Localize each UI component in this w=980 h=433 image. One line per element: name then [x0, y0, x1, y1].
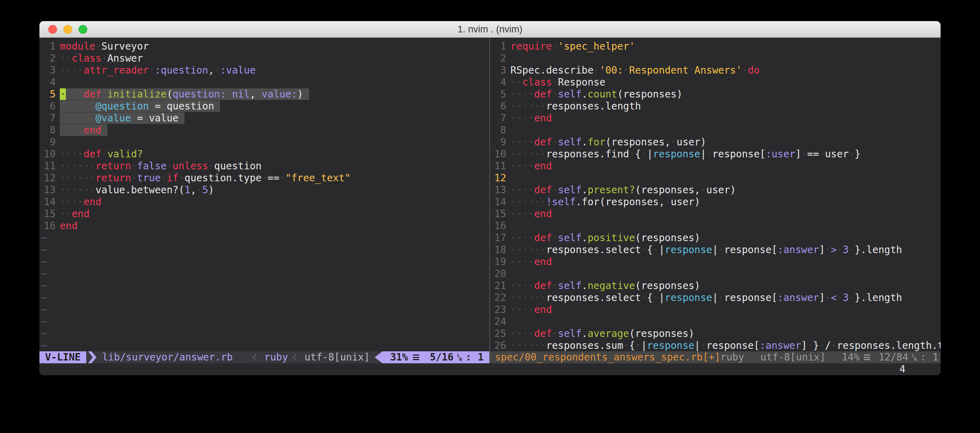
line-number: 22	[492, 292, 506, 304]
desktop: 1. nvim . (nvim) 1module·Surveyor2··clas…	[0, 0, 980, 433]
linenr-icon	[413, 355, 419, 360]
line-number: 9	[492, 136, 506, 148]
editor-pane-left[interactable]: 1module·Surveyor2··class·Answer3····attr…	[40, 38, 489, 363]
line-text: ····end	[511, 304, 552, 316]
terminal-window[interactable]: 1. nvim . (nvim) 1module·Surveyor2··clas…	[40, 21, 940, 375]
code-line[interactable]: 14······!self.for(responses,·user)	[492, 196, 940, 208]
line-number: 14	[41, 196, 56, 208]
code-line[interactable]: 1module·Surveyor	[41, 40, 489, 53]
code-line[interactable]: 2	[492, 53, 940, 64]
code-line[interactable]: 6······responses.length	[492, 100, 940, 112]
code-line[interactable]: 7····end	[492, 112, 940, 124]
code-line[interactable]: 5····def·initialize(question:·nil,·value…	[41, 88, 489, 100]
code-line[interactable]: 9	[41, 136, 489, 148]
line-number: 7	[41, 112, 56, 124]
line-text: ······responses.length	[511, 100, 641, 112]
code-line[interactable]: 16end	[41, 220, 489, 232]
code-line[interactable]: 21····def·self.negative(responses)	[492, 280, 940, 292]
code-line[interactable]: 1require·'spec_helper'	[492, 40, 940, 53]
line-number: 1	[492, 40, 506, 53]
statusline-active: V-LINE lib/surveyor/answer.rb ruby utf-8…	[40, 351, 489, 363]
code-line[interactable]: 11····end	[492, 160, 940, 172]
code-line[interactable]: 10····def·valid?	[41, 148, 489, 160]
line-text: ······return·true·if·question.type·==·"f…	[60, 172, 351, 184]
code-line[interactable]: 4	[41, 76, 489, 88]
code-line[interactable]: 3····attr_reader·:question,·:value	[41, 64, 489, 76]
editor-pane-right[interactable]: 1require·'spec_helper'23RSpec.describe·'…	[490, 38, 940, 363]
line-text: ······responses.select·{·|response|·resp…	[511, 244, 902, 256]
code-line[interactable]: 3RSpec.describe·'00:·Respondent·Answers'…	[492, 64, 940, 76]
code-line[interactable]: 16	[492, 220, 940, 232]
line-number: 20	[492, 268, 506, 280]
line-number: 2	[492, 53, 506, 64]
line-number: 3	[492, 64, 506, 76]
code-line[interactable]: 23····end	[492, 304, 940, 316]
code-line[interactable]: 15··end	[41, 208, 489, 220]
code-line[interactable]: 25····def·self.average(responses)	[492, 328, 940, 340]
line-number: 19	[492, 256, 506, 268]
line-number: 16	[492, 220, 506, 232]
code-line[interactable]: 13····def·self.present?(responses,·user)	[492, 184, 940, 196]
cursor-block: ·	[60, 88, 66, 100]
code-line[interactable]: 26······responses.sum·{·|response|·respo…	[492, 340, 940, 351]
code-line[interactable]: 8····end·	[41, 124, 489, 136]
line-number: 6	[492, 100, 506, 112]
line-text: ····end	[60, 196, 101, 208]
col-number: 1	[932, 351, 939, 363]
col-separator: :	[920, 351, 926, 363]
line-number: 8	[492, 124, 506, 136]
code-line[interactable]: 13······value.between?(1,·5)	[41, 184, 489, 196]
empty-line-tilde: ~	[41, 328, 489, 340]
line-text: module·Surveyor	[60, 40, 149, 53]
code-line[interactable]: 10······responses.find·{·|response|·resp…	[492, 148, 940, 160]
close-button[interactable]	[48, 25, 57, 34]
line-position: 12/84	[879, 351, 908, 363]
code-line[interactable]: 22······responses.select·{·|response|·re…	[492, 292, 940, 304]
code-line[interactable]: 7······@value·=·value·	[41, 112, 489, 124]
window-titlebar[interactable]: 1. nvim . (nvim)	[40, 21, 940, 38]
line-text: ······value.between?(1,·5)	[60, 184, 214, 196]
code-line[interactable]: 9····def·self.for(responses,·user)	[492, 136, 940, 148]
col-separator: :	[465, 351, 471, 363]
code-line[interactable]: 17····def·self.positive(responses)	[492, 232, 940, 244]
line-number: 11	[492, 160, 506, 172]
line-text: ····def·self.present?(responses,·user)	[511, 184, 736, 196]
line-text: ··class·Response	[511, 76, 605, 88]
code-line[interactable]: 14····end	[41, 196, 489, 208]
empty-line-tilde: ~	[41, 232, 489, 244]
code-line[interactable]: 18······responses.select·{·|response|·re…	[492, 244, 940, 256]
line-text: ····attr_reader·:question,·:value	[60, 64, 256, 76]
empty-line-tilde: ~	[41, 316, 489, 328]
line-text: ······@value·=·value·	[60, 112, 185, 124]
line-number: 8	[41, 124, 56, 136]
code-line[interactable]: 6······@question·=·question·	[41, 100, 489, 112]
line-number: 4	[492, 76, 506, 88]
line-text: ····def·initialize(question:·nil,·value:…	[60, 88, 309, 100]
line-number: 7	[492, 112, 506, 124]
line-number: 13	[41, 184, 56, 196]
code-line[interactable]: 24	[492, 316, 940, 328]
code-line[interactable]: 2··class·Answer	[41, 53, 489, 64]
position-segment: 31% 5/16 LN : 1	[382, 351, 489, 363]
code-line[interactable]: 12······return·true·if·question.type·==·…	[41, 172, 489, 184]
code-line[interactable]: 5····def·self.count(responses)	[492, 88, 940, 100]
linenr-icon	[864, 355, 870, 360]
visual-selection: ······@value·=·value·	[60, 112, 185, 124]
code-line[interactable]: 15····end	[492, 208, 940, 220]
buffer-lines-right[interactable]: 1require·'spec_helper'23RSpec.describe·'…	[490, 38, 940, 351]
minimize-button[interactable]	[64, 25, 72, 34]
code-line[interactable]: 4··class·Response	[492, 76, 940, 88]
command-line[interactable]: 4	[40, 363, 940, 375]
code-line[interactable]: 11······return·false·unless·question	[41, 160, 489, 172]
line-number: 13	[492, 184, 506, 196]
pending-command-count: 4	[899, 363, 905, 375]
code-line[interactable]: 12	[492, 172, 940, 184]
code-line[interactable]: 20	[492, 268, 940, 280]
line-number: 10	[492, 148, 506, 160]
code-line[interactable]: 8	[492, 124, 940, 136]
scroll-percent: 31%	[390, 351, 408, 363]
code-line[interactable]: 19····end	[492, 256, 940, 268]
buffer-lines-left[interactable]: 1module·Surveyor2··class·Answer3····attr…	[40, 38, 489, 351]
zoom-button[interactable]	[78, 25, 87, 34]
line-number: 5	[41, 88, 56, 100]
